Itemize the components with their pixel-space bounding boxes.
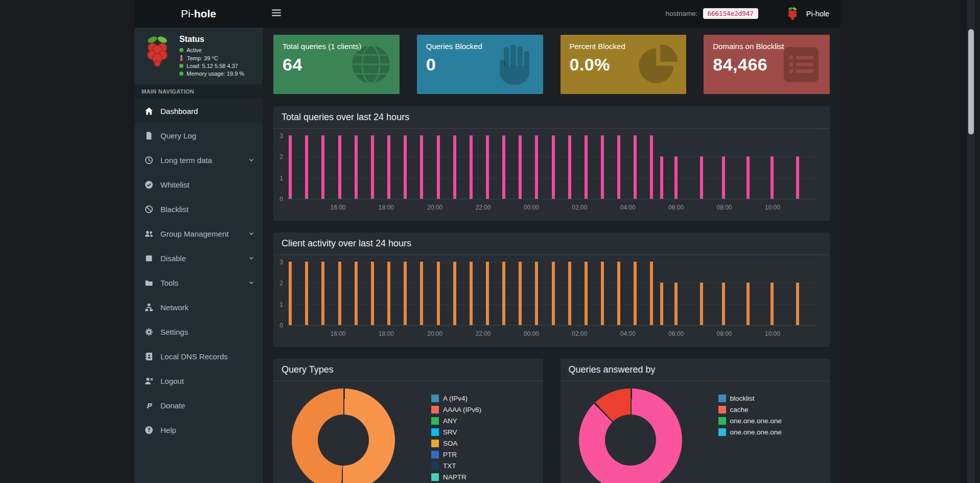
bar[interactable] [453, 135, 456, 199]
sidebar-item-query-log[interactable]: Query Log [134, 123, 263, 148]
legend-item[interactable]: cache [718, 406, 782, 413]
legend-item[interactable]: SOA [431, 440, 481, 447]
bar[interactable] [650, 135, 653, 199]
bar[interactable] [796, 156, 799, 199]
bar[interactable] [305, 262, 308, 325]
hand-icon [493, 43, 536, 86]
scrollbar-thumb[interactable] [968, 29, 974, 134]
bar[interactable] [502, 262, 505, 325]
bar[interactable] [650, 262, 653, 325]
legend-item[interactable]: one.one.one.one [718, 417, 782, 425]
bar[interactable] [700, 156, 703, 199]
sidebar-item-blacklist[interactable]: Blacklist [134, 197, 263, 221]
navbar-right: hostname: 666154e2d947 Pi-hole [666, 0, 841, 27]
bar[interactable] [338, 135, 341, 199]
status-dot-icon [179, 64, 183, 68]
status-item: Temp: 39 °C [179, 55, 244, 61]
legend-item[interactable]: one.one.one.one [718, 428, 782, 436]
queries-answered-donut[interactable] [579, 388, 682, 483]
bar[interactable] [387, 135, 390, 199]
bar[interactable] [371, 135, 374, 199]
bar[interactable] [535, 262, 538, 325]
sidebar-item-long-term-data[interactable]: Long term data [134, 148, 263, 172]
bar[interactable] [601, 135, 604, 199]
bar[interactable] [470, 262, 473, 325]
bar[interactable] [585, 135, 588, 199]
legend-item[interactable]: SRV [431, 428, 481, 436]
sidebar-item-network[interactable]: Network [134, 295, 263, 319]
bar[interactable] [420, 135, 423, 199]
bar[interactable] [420, 262, 423, 325]
legend-item[interactable]: TXT [431, 462, 481, 470]
bar[interactable] [674, 156, 678, 199]
panel-title: Query Types [273, 359, 543, 381]
sidebar-item-tools[interactable]: Tools [134, 270, 263, 295]
bar[interactable] [486, 135, 489, 199]
bar[interactable] [568, 262, 571, 325]
bar[interactable] [289, 262, 292, 325]
clock-icon [143, 156, 155, 165]
bar[interactable] [437, 135, 440, 199]
bar[interactable] [519, 262, 522, 325]
sidebar-item-donate[interactable]: PDonate [134, 393, 263, 418]
bar[interactable] [338, 262, 341, 325]
sidebar-item-disable[interactable]: Disable [134, 246, 263, 270]
legend-item[interactable]: NAPTR [431, 473, 481, 481]
bar[interactable] [617, 262, 620, 325]
bar[interactable] [601, 262, 604, 325]
bar[interactable] [437, 262, 440, 325]
query-types-donut[interactable] [292, 388, 395, 483]
bar[interactable] [771, 283, 774, 325]
bar[interactable] [634, 262, 637, 325]
client-activity-chart[interactable]: 16:0018:0020:0022:0000:0002:0004:0006:00… [288, 262, 818, 326]
bar[interactable] [453, 262, 456, 325]
sidebar-item-whitelist[interactable]: Whitelist [134, 172, 263, 197]
bar[interactable] [321, 262, 324, 325]
bar[interactable] [371, 262, 374, 325]
bar[interactable] [660, 156, 663, 199]
bar[interactable] [722, 156, 725, 199]
bar[interactable] [535, 135, 538, 199]
legend-item[interactable]: blocklist [718, 395, 782, 402]
sidebar-item-logout[interactable]: Logout [134, 369, 263, 393]
bar[interactable] [674, 283, 678, 325]
bar[interactable] [796, 283, 799, 325]
bar[interactable] [722, 283, 725, 325]
legend-item[interactable]: ANY [431, 417, 481, 425]
bar[interactable] [552, 135, 555, 199]
legend-item[interactable]: A (IPv4) [431, 395, 481, 402]
bar[interactable] [771, 156, 774, 199]
legend-item[interactable]: AAAA (IPv6) [431, 406, 481, 413]
bar[interactable] [552, 262, 555, 325]
sidebar-toggle-button[interactable] [263, 0, 290, 27]
bar[interactable] [289, 135, 292, 199]
bar[interactable] [634, 135, 637, 199]
sidebar-item-settings[interactable]: Settings [134, 319, 263, 344]
bar[interactable] [617, 135, 620, 199]
bar[interactable] [585, 262, 588, 325]
bar[interactable] [519, 135, 522, 199]
bar[interactable] [502, 135, 505, 199]
sidebar-item-local-dns-records[interactable]: Local DNS Records [134, 344, 263, 369]
bar[interactable] [355, 135, 358, 199]
bar[interactable] [470, 135, 473, 199]
bar[interactable] [700, 283, 703, 325]
bar[interactable] [305, 135, 308, 199]
bar[interactable] [660, 283, 663, 325]
bar[interactable] [404, 135, 407, 199]
total-queries-chart[interactable]: 16:0018:0020:0022:0000:0002:0004:0006:00… [288, 136, 818, 199]
bar[interactable] [387, 262, 390, 325]
sidebar-item-dashboard[interactable]: Dashboard [134, 99, 263, 123]
bar[interactable] [746, 283, 750, 325]
sidebar-item-group-management[interactable]: Group Management [134, 221, 263, 246]
bar[interactable] [746, 156, 750, 199]
bar[interactable] [486, 262, 489, 325]
scrollbar[interactable] [967, 0, 975, 483]
brand-logo[interactable]: Pi-hole [134, 0, 263, 27]
bar[interactable] [404, 262, 407, 325]
bar[interactable] [355, 262, 358, 325]
sidebar-item-help[interactable]: ?Help [134, 418, 263, 442]
legend-item[interactable]: PTR [431, 451, 481, 458]
bar[interactable] [321, 135, 324, 199]
bar[interactable] [568, 135, 571, 199]
